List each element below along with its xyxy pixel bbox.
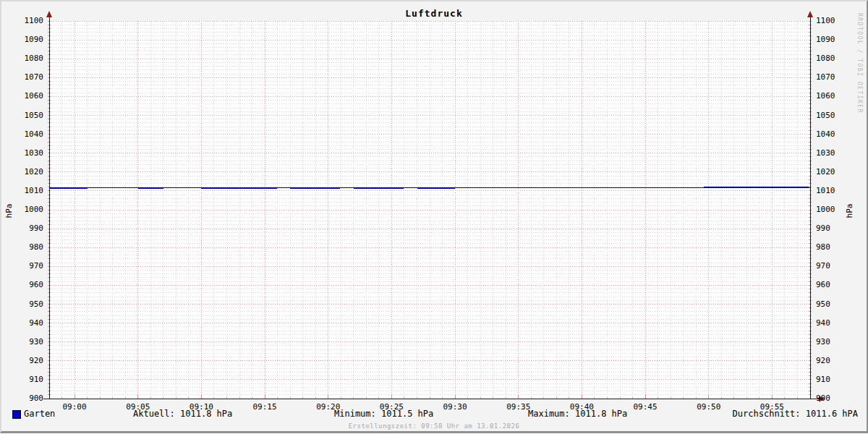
y-tick-label: 950 xyxy=(1,300,43,309)
y-tick-label: 960 xyxy=(1,281,43,289)
y-tick-label: 980 xyxy=(816,243,859,252)
y-tick-label: 910 xyxy=(1,375,43,384)
y-tick-label: 1010 xyxy=(816,187,859,195)
y-tick-label: 1060 xyxy=(1,92,43,101)
y-tick-label: 1030 xyxy=(1,149,43,158)
y-tick-label: 1050 xyxy=(816,111,859,120)
y-tick-label: 950 xyxy=(816,300,859,309)
y-tick-label: 900 xyxy=(816,394,859,403)
y-tick-label: 940 xyxy=(816,319,859,328)
stat-current: Aktuell: 1011.8 hPa xyxy=(133,409,232,419)
y-tick-label: 990 xyxy=(816,224,859,233)
y-tick-label: 1020 xyxy=(816,168,859,176)
y-tick-label: 910 xyxy=(816,375,859,384)
stat-average: Durchschnitt: 1011.6 hPA xyxy=(733,409,858,419)
y-axis-label-left: hPa xyxy=(4,197,14,226)
y-tick-label: 1020 xyxy=(1,168,43,176)
series-color-swatch xyxy=(12,410,21,419)
y-tick-label: 900 xyxy=(1,394,43,403)
x-tick-label: 09:00 xyxy=(59,402,90,412)
y-tick-label: 1070 xyxy=(816,73,859,82)
y-tick-label: 990 xyxy=(1,224,43,233)
y-tick-label: 1050 xyxy=(1,111,43,120)
rrdtool-graph-image: Luftdruck 900910920930940950960970980990… xyxy=(0,0,868,433)
series-line-garten xyxy=(49,187,810,188)
legend-series-label: Garten xyxy=(24,409,55,419)
x-tick-label: 09:15 xyxy=(249,402,281,412)
stat-maximum: Maximum: 1011.8 hPa xyxy=(528,409,627,419)
y-tick-label: 1100 xyxy=(1,17,43,25)
y-tick-label: 1030 xyxy=(816,149,859,158)
y-tick-label: 970 xyxy=(1,262,43,271)
y-tick-label: 1040 xyxy=(1,130,43,139)
y-tick-label: 1040 xyxy=(816,130,859,139)
y-tick-label: 960 xyxy=(816,281,859,289)
y-tick-label: 1060 xyxy=(816,92,859,101)
y-tick-label: 930 xyxy=(1,338,43,346)
x-tick-label: 09:45 xyxy=(629,402,661,412)
y-tick-label: 1100 xyxy=(816,17,859,25)
y-tick-label: 940 xyxy=(1,319,43,328)
y-tick-label: 980 xyxy=(1,243,43,252)
rrdtool-watermark: RRDTOOL / TOBI OETIKER xyxy=(856,13,863,114)
x-tick-label: 09:30 xyxy=(439,402,471,412)
creation-timestamp: Erstellungszeit: 09:58 Uhr am 13.01.2026 xyxy=(1,422,867,430)
y-tick-label: 970 xyxy=(816,262,859,271)
x-tick-label: 09:50 xyxy=(693,402,725,412)
y-tick-label: 1080 xyxy=(816,54,859,63)
y-tick-label: 930 xyxy=(816,338,859,346)
y-tick-label: 920 xyxy=(1,357,43,365)
y-tick-label: 1080 xyxy=(1,54,43,63)
y-tick-label: 920 xyxy=(816,357,859,365)
stat-minimum: Minimum: 1011.5 hPa xyxy=(334,409,433,419)
y-tick-label: 1010 xyxy=(1,187,43,195)
y-tick-label: 1090 xyxy=(816,35,859,44)
y-axis-label-right: hPa xyxy=(845,197,854,226)
pressure-chart-svg xyxy=(1,1,868,433)
y-tick-label: 1090 xyxy=(1,35,43,44)
y-tick-label: 1070 xyxy=(1,73,43,82)
